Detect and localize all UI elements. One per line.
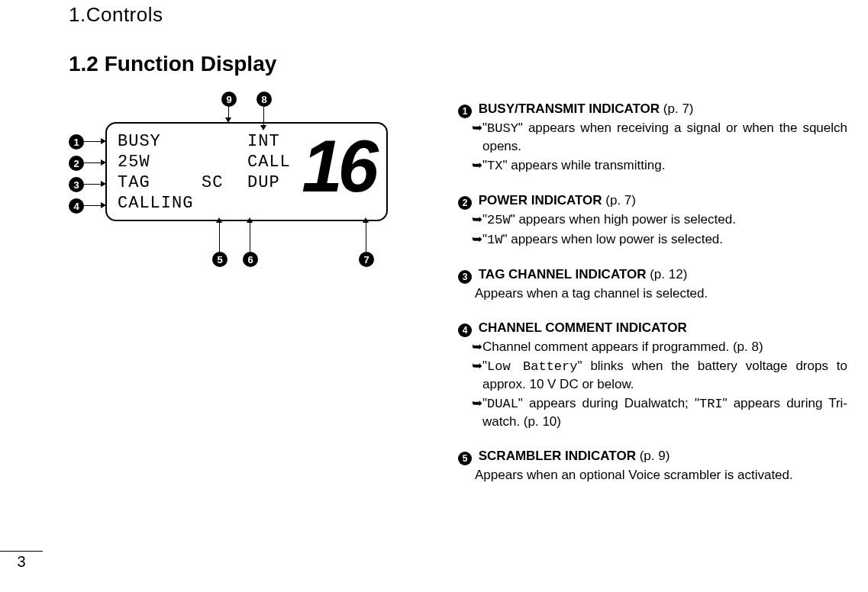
lcd-busy: BUSY bbox=[118, 132, 202, 151]
bullet-arrow-icon: ➥ bbox=[472, 157, 482, 175]
callout-5: 5 bbox=[212, 252, 227, 267]
callout-8: 8 bbox=[257, 92, 272, 107]
bullet-arrow-icon: ➥ bbox=[472, 358, 482, 375]
item-body: Appears when an optional Voice scrambler… bbox=[458, 467, 847, 484]
bullet-arrow-icon: ➥ bbox=[472, 231, 482, 249]
lcd-25w: 25W bbox=[118, 153, 202, 172]
leader-line bbox=[84, 141, 101, 142]
callout-4: 4 bbox=[69, 198, 84, 214]
item-sub: ➥"1W" appears when low power is selected… bbox=[458, 231, 847, 249]
lcd-tag: TAG bbox=[118, 173, 202, 192]
item-scrambler: 5 SCRAMBLER INDICATOR (p. 9) Appears whe… bbox=[458, 448, 847, 484]
item-title: CHANNEL COMMENT INDICATOR bbox=[479, 320, 687, 335]
lcd-calling: CALLING bbox=[118, 194, 293, 213]
lcd-int: INT bbox=[247, 132, 293, 151]
item-ref: (p. 9) bbox=[636, 449, 670, 463]
bullet-arrow-icon: ➥ bbox=[472, 395, 482, 413]
callout-2: 2 bbox=[69, 156, 84, 171]
item-sub: ➥"Low Battery" blinks when the battery v… bbox=[458, 358, 847, 394]
callout-6: 6 bbox=[243, 252, 258, 267]
item-ref: (p. 12) bbox=[646, 267, 687, 282]
item-number: 4 bbox=[458, 323, 472, 337]
bullet-arrow-icon: ➥ bbox=[472, 339, 482, 356]
item-sub: ➥"TX" appears while transmitting. bbox=[458, 157, 847, 175]
item-busy-transmit: 1 BUSY/TRANSMIT INDICATOR (p. 7) ➥"BUSY"… bbox=[458, 101, 847, 175]
item-sub: ➥"BUSY" appears when receiving a signal … bbox=[458, 120, 847, 156]
item-sub: ➥Channel comment appears if programmed. … bbox=[458, 339, 847, 356]
page-number: 3 bbox=[0, 551, 43, 571]
item-number: 3 bbox=[458, 270, 472, 284]
item-ref: (p. 7) bbox=[660, 101, 693, 116]
item-power: 2 POWER INDICATOR (p. 7) ➥"25W" appears … bbox=[458, 192, 847, 249]
callout-3: 3 bbox=[69, 177, 84, 192]
bullet-arrow-icon: ➥ bbox=[472, 120, 482, 137]
callout-9: 9 bbox=[221, 92, 237, 107]
item-sub: ➥"DUAL" appears during Dualwatch; "TRI" … bbox=[458, 395, 847, 431]
lcd-figure: 9 8 1 2 3 4 5 6 7 BUSYINT bbox=[69, 92, 428, 290]
leader-line bbox=[84, 205, 101, 206]
item-number: 2 bbox=[458, 196, 472, 210]
lcd-call: CALL bbox=[247, 153, 293, 172]
leader-line bbox=[84, 184, 101, 185]
chapter-header: 1.Controls bbox=[69, 3, 163, 27]
lcd-channel-number: 16 bbox=[302, 130, 374, 203]
item-channel-comment: 4 CHANNEL COMMENT INDICATOR ➥Channel com… bbox=[458, 320, 847, 431]
item-title: TAG CHANNEL INDICATOR bbox=[479, 267, 647, 282]
item-number: 1 bbox=[458, 105, 472, 118]
indicator-descriptions: 1 BUSY/TRANSMIT INDICATOR (p. 7) ➥"BUSY"… bbox=[458, 101, 847, 501]
item-body: Appears when a tag channel is selected. bbox=[458, 285, 847, 303]
leader-line bbox=[228, 107, 229, 117]
lcd-dup: DUP bbox=[247, 173, 293, 192]
leader-line bbox=[84, 162, 101, 163]
item-ref: (p. 7) bbox=[602, 193, 636, 208]
item-title: POWER INDICATOR bbox=[479, 193, 602, 208]
item-title: SCRAMBLER INDICATOR bbox=[479, 449, 636, 463]
callout-7: 7 bbox=[359, 252, 374, 267]
bullet-arrow-icon: ➥ bbox=[472, 211, 482, 229]
leader-line bbox=[366, 223, 366, 252]
section-title: 1.2 Function Display bbox=[69, 52, 276, 76]
item-number: 5 bbox=[458, 452, 472, 465]
leader-line bbox=[250, 223, 250, 252]
item-sub: ➥"25W" appears when high power is select… bbox=[458, 211, 847, 230]
item-title: BUSY/TRANSMIT INDICATOR bbox=[479, 101, 660, 116]
leader-line bbox=[219, 223, 220, 252]
lcd-panel: BUSYINT 25WCALL TAGSCDUP CALLING 16 bbox=[105, 122, 388, 221]
item-tag-channel: 3 TAG CHANNEL INDICATOR (p. 12) Appears … bbox=[458, 266, 847, 303]
lcd-sc: SC bbox=[202, 173, 247, 192]
callout-1: 1 bbox=[69, 134, 84, 150]
